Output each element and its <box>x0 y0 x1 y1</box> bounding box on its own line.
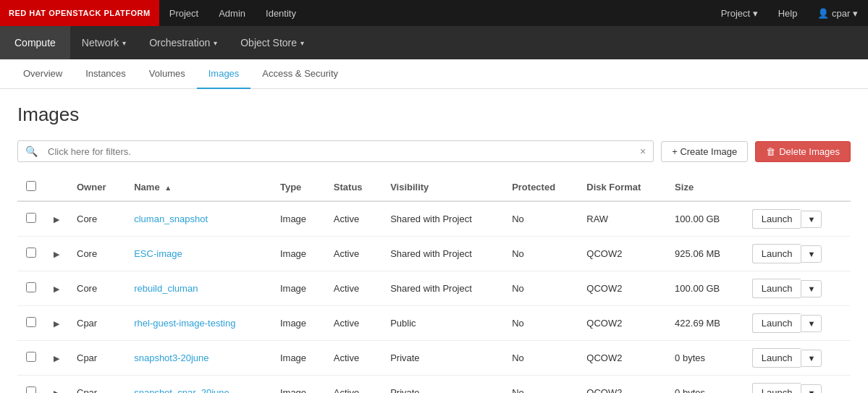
col-actions <box>743 174 851 201</box>
user-menu[interactable]: 👤 cpar ▾ <box>807 0 868 26</box>
row-expand-cell: ▶ <box>45 376 68 394</box>
row-actions: Launch ▼ <box>743 376 851 394</box>
nav-network[interactable]: Network ▾ <box>70 26 138 59</box>
tab-volumes[interactable]: Volumes <box>138 59 197 89</box>
table-row: ▶ Cpar snapshot_cpar_20june Image Active… <box>17 376 851 394</box>
expand-row-button[interactable]: ▶ <box>54 284 59 293</box>
row-size: 100.00 GB <box>666 271 743 306</box>
row-name: snapshot3-20june <box>125 341 271 376</box>
object-store-chevron-icon: ▾ <box>300 39 304 47</box>
row-name: rebuild_cluman <box>125 271 271 306</box>
page-title: Images <box>17 103 851 126</box>
image-name-link[interactable]: snapshot3-20june <box>134 352 208 363</box>
table-header-row: Owner Name ▲ Type Status Visibility Prot… <box>17 174 851 201</box>
row-actions: Launch ▼ <box>743 341 851 376</box>
launch-button[interactable]: Launch <box>752 209 801 229</box>
delete-images-button[interactable]: 🗑 Delete Images <box>755 141 851 162</box>
row-name: rhel-guest-image-testing <box>125 306 271 341</box>
row-visibility: Shared with Project <box>382 237 503 271</box>
image-name-link[interactable]: ESC-image <box>134 248 182 259</box>
table-row: ▶ Cpar rhel-guest-image-testing Image Ac… <box>17 306 851 341</box>
nav-orchestration[interactable]: Orchestration ▾ <box>138 26 229 59</box>
row-protected: No <box>503 237 578 271</box>
select-all-checkbox[interactable] <box>26 181 36 191</box>
nav-project[interactable]: Project <box>159 0 208 26</box>
brand-logo: RED HAT OPENSTACK PLATFORM <box>0 0 159 26</box>
row-actions: Launch ▼ <box>743 306 851 341</box>
filter-bar: 🔍 × + Create Image 🗑 Delete Images <box>17 140 851 162</box>
launch-button-group: Launch ▼ <box>752 244 842 263</box>
nav-admin[interactable]: Admin <box>208 0 256 26</box>
help-link[interactable]: Help <box>768 0 808 26</box>
row-status: Active <box>325 201 382 237</box>
col-name[interactable]: Name ▲ <box>125 174 271 201</box>
row-disk-format: QCOW2 <box>578 306 666 341</box>
row-checkbox-cell <box>17 306 45 341</box>
row-visibility: Public <box>382 306 503 341</box>
row-status: Active <box>325 271 382 306</box>
nav-identity[interactable]: Identity <box>256 0 306 26</box>
row-status: Active <box>325 376 382 394</box>
col-expand <box>45 174 68 201</box>
tab-overview[interactable]: Overview <box>12 59 74 89</box>
launch-button[interactable]: Launch <box>752 244 801 263</box>
launch-button-group: Launch ▼ <box>752 348 842 368</box>
row-checkbox-cell <box>17 341 45 376</box>
row-protected: No <box>503 201 578 237</box>
launch-dropdown-button[interactable]: ▼ <box>801 280 822 297</box>
image-name-link[interactable]: rhel-guest-image-testing <box>134 318 235 329</box>
row-name: cluman_snapshot <box>125 201 271 237</box>
tab-access-security[interactable]: Access & Security <box>250 59 350 89</box>
launch-dropdown-button[interactable]: ▼ <box>801 384 822 394</box>
launch-button[interactable]: Launch <box>752 279 801 298</box>
launch-dropdown-button[interactable]: ▼ <box>801 211 822 228</box>
expand-row-button[interactable]: ▶ <box>54 215 59 224</box>
launch-dropdown-button[interactable]: ▼ <box>801 315 822 332</box>
page-content: Images 🔍 × + Create Image 🗑 Delete Image… <box>0 89 868 393</box>
row-checkbox[interactable] <box>26 352 36 362</box>
row-protected: No <box>503 271 578 306</box>
row-checkbox[interactable] <box>26 213 36 223</box>
row-checkbox-cell <box>17 201 45 237</box>
expand-row-button[interactable]: ▶ <box>54 354 59 363</box>
filter-clear-button[interactable]: × <box>633 141 653 161</box>
row-checkbox[interactable] <box>26 282 36 292</box>
launch-button[interactable]: Launch <box>752 313 801 333</box>
row-checkbox[interactable] <box>26 386 36 393</box>
row-checkbox[interactable] <box>26 317 36 327</box>
nav-object-store[interactable]: Object Store ▾ <box>229 26 316 59</box>
image-name-link[interactable]: snapshot_cpar_20june <box>134 387 229 393</box>
row-type: Image <box>271 271 325 306</box>
col-size: Size <box>666 174 743 201</box>
row-owner: Cpar <box>68 376 125 394</box>
create-image-button[interactable]: + Create Image <box>661 141 748 162</box>
row-checkbox[interactable] <box>26 248 36 258</box>
compute-label[interactable]: Compute <box>0 26 70 59</box>
top-nav: Project Admin Identity Project ▾ Help 👤 … <box>159 0 868 26</box>
tab-instances[interactable]: Instances <box>74 59 138 89</box>
row-visibility: Private <box>382 376 503 394</box>
row-disk-format: QCOW2 <box>578 237 666 271</box>
tabs-bar: Overview Instances Volumes Images Access… <box>0 59 868 89</box>
top-nav-right: Project ▾ Help 👤 cpar ▾ <box>711 0 868 26</box>
launch-button[interactable]: Launch <box>752 348 801 368</box>
tab-images[interactable]: Images <box>197 59 251 89</box>
expand-row-button[interactable]: ▶ <box>54 250 59 258</box>
expand-row-button[interactable]: ▶ <box>54 389 59 393</box>
filter-input[interactable] <box>45 142 633 161</box>
expand-row-button[interactable]: ▶ <box>54 319 59 328</box>
launch-dropdown-button[interactable]: ▼ <box>801 350 822 367</box>
launch-button[interactable]: Launch <box>752 383 801 393</box>
filter-input-wrap: 🔍 × <box>17 140 654 162</box>
project-dropdown[interactable]: Project ▾ <box>711 0 768 26</box>
col-protected: Protected <box>503 174 578 201</box>
row-expand-cell: ▶ <box>45 271 68 306</box>
image-name-link[interactable]: rebuild_cluman <box>134 283 198 294</box>
image-name-link[interactable]: cluman_snapshot <box>134 214 208 224</box>
second-bar: Compute Network ▾ Orchestration ▾ Object… <box>0 26 868 59</box>
launch-dropdown-button[interactable]: ▼ <box>801 245 822 263</box>
row-size: 925.06 MB <box>666 237 743 271</box>
table-row: ▶ Core cluman_snapshot Image Active Shar… <box>17 201 851 237</box>
sort-asc-icon: ▲ <box>164 184 172 192</box>
row-type: Image <box>271 201 325 237</box>
